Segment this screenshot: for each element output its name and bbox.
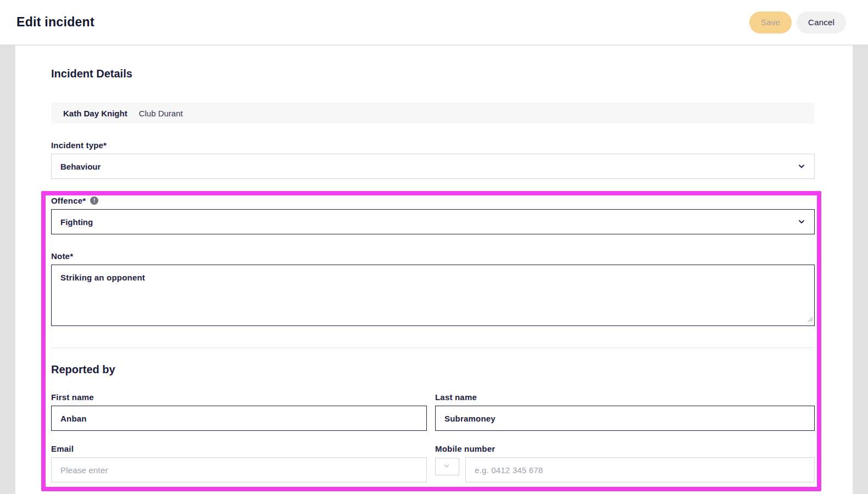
info-icon[interactable]: ! (90, 197, 98, 205)
first-name-label: First name (51, 392, 427, 402)
cancel-button[interactable]: Cancel (797, 12, 846, 33)
note-label: Note* (51, 251, 815, 261)
mobile-number-input[interactable] (465, 457, 815, 482)
member-banner: Kath Day Knight Club Durant (51, 103, 815, 124)
last-name-field: Last name (435, 392, 815, 431)
chevron-down-icon (798, 218, 805, 226)
section-divider (51, 347, 815, 348)
header-bar: Edit incident Save Cancel (0, 0, 868, 45)
country-code-select[interactable] (435, 458, 459, 475)
incident-details-heading: Incident Details (51, 46, 815, 80)
last-name-input[interactable] (435, 406, 815, 431)
last-name-label: Last name (435, 392, 815, 402)
note-field: Note* Striking an opponent (51, 251, 815, 326)
page-title: Edit incident (16, 15, 94, 30)
email-label: Email (51, 444, 427, 453)
offence-field: Offence* ! Fighting (51, 196, 815, 234)
header-actions: Save Cancel (749, 12, 846, 33)
club-name: Club Durant (139, 109, 183, 118)
mobile-number-label: Mobile number (435, 444, 815, 453)
incident-type-value: Behaviour (60, 162, 101, 171)
offence-select[interactable]: Fighting (51, 209, 815, 234)
member-name: Kath Day Knight (63, 109, 127, 118)
chevron-down-icon (798, 162, 805, 170)
email-input[interactable] (51, 457, 427, 482)
offence-label-row: Offence* ! (51, 196, 815, 205)
first-name-field: First name (51, 392, 427, 431)
mobile-number-field: Mobile number (435, 444, 815, 482)
incident-type-field: Incident type* Behaviour (51, 141, 815, 179)
incident-type-label: Incident type* (51, 141, 815, 150)
note-textarea[interactable]: Striking an opponent (51, 265, 815, 326)
reported-by-heading: Reported by (51, 363, 815, 376)
edit-incident-form-card: Incident Details Kath Day Knight Club Du… (15, 46, 853, 494)
first-name-input[interactable] (51, 406, 427, 431)
email-field: Email (51, 444, 427, 482)
offence-value: Fighting (60, 217, 93, 227)
offence-label: Offence* (51, 196, 86, 205)
incident-type-select[interactable]: Behaviour (51, 154, 815, 179)
save-button[interactable]: Save (749, 12, 792, 33)
chevron-down-icon (443, 463, 451, 470)
